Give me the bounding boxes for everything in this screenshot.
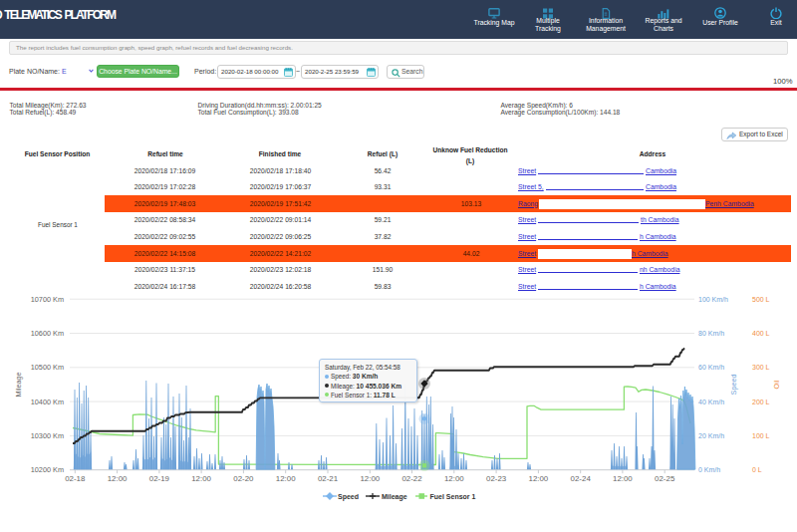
svg-text:10500 Km: 10500 Km <box>31 363 64 372</box>
svg-text:60 Km/h: 60 Km/h <box>698 364 724 371</box>
svg-text:02-18: 02-18 <box>65 474 86 483</box>
svg-text:02-20: 02-20 <box>233 474 254 483</box>
svg-text:40 Km/h: 40 Km/h <box>698 399 724 405</box>
svg-text:Mileage: Mileage <box>14 372 23 397</box>
svg-text:Fuel Sensor 1: Fuel Sensor 1 <box>430 493 476 500</box>
svg-text:Mileage: Mileage <box>382 493 407 501</box>
svg-text:12:00: 12:00 <box>191 474 211 483</box>
svg-text:10200 Km: 10200 Km <box>31 465 64 474</box>
svg-text:10300 Km: 10300 Km <box>31 431 64 440</box>
svg-text:10400 Km: 10400 Km <box>31 398 64 406</box>
svg-text:100 L: 100 L <box>752 432 770 439</box>
svg-text:02-23: 02-23 <box>486 474 507 483</box>
svg-text:0 Km/h: 0 Km/h <box>698 466 720 473</box>
svg-text:Speed: Speed <box>729 375 738 396</box>
svg-text:200 L: 200 L <box>752 399 770 405</box>
svg-text:02-21: 02-21 <box>318 474 338 483</box>
svg-text:400 L: 400 L <box>752 330 770 337</box>
svg-text:02-19: 02-19 <box>149 474 170 483</box>
svg-text:300 L: 300 L <box>752 364 770 371</box>
svg-text:12:00: 12:00 <box>360 474 380 483</box>
svg-text:100 Km/h: 100 Km/h <box>698 296 728 303</box>
svg-text:500 L: 500 L <box>752 296 770 303</box>
svg-text:Oil: Oil <box>772 380 781 389</box>
svg-text:02-22: 02-22 <box>401 474 421 483</box>
svg-text:20 Km/h: 20 Km/h <box>698 432 724 439</box>
svg-text:12:00: 12:00 <box>108 474 128 483</box>
svg-text:12:00: 12:00 <box>529 474 549 483</box>
svg-text:80 Km/h: 80 Km/h <box>698 330 724 337</box>
svg-text:Speed: Speed <box>338 493 359 501</box>
svg-text:12:00: 12:00 <box>444 474 464 483</box>
svg-text:12:00: 12:00 <box>613 474 633 483</box>
svg-text:02-25: 02-25 <box>655 474 675 483</box>
svg-text:02-24: 02-24 <box>571 474 592 483</box>
svg-text:0 L: 0 L <box>752 466 762 473</box>
svg-text:10700 Km: 10700 Km <box>31 295 64 304</box>
svg-text:10600 Km: 10600 Km <box>31 329 64 338</box>
svg-text:12:00: 12:00 <box>276 474 296 483</box>
